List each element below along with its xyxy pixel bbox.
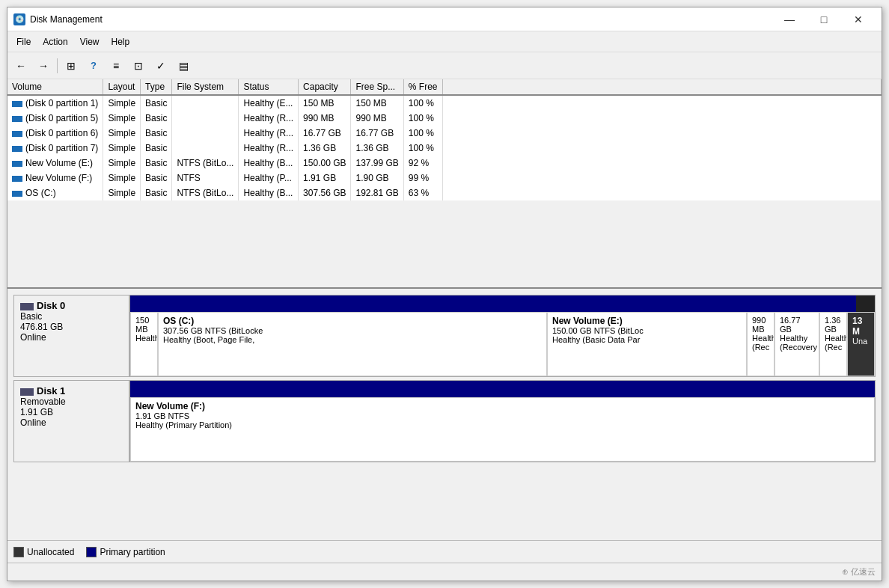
menu-bar: File Action View Help — [7, 31, 882, 52]
properties-button[interactable]: ≡ — [106, 56, 126, 76]
legend-item-1: Primary partition — [86, 547, 165, 557]
volume-table: Volume Layout Type File System Status Ca… — [7, 79, 882, 200]
disk-row-1: Disk 1 Removable 1.91 GB Online New Volu… — [13, 380, 876, 462]
cell-free: 990 MB — [351, 111, 403, 126]
app-icon: 💿 — [13, 13, 25, 25]
table-row[interactable]: (Disk 0 partition 5) Simple Basic Health… — [7, 111, 882, 126]
cell-capacity: 307.56 GB — [299, 186, 351, 200]
help-button[interactable]: ? — [83, 56, 104, 76]
cell-free: 16.77 GB — [351, 126, 403, 141]
legend-item-0: Unallocated — [13, 547, 74, 557]
legend-swatch-1 — [86, 547, 97, 557]
rescan-button[interactable]: ⊡ — [128, 56, 149, 76]
cell-free: 137.99 GB — [351, 156, 403, 171]
cell-type: Basic — [141, 95, 172, 111]
partition-cell-1-0[interactable]: New Volume (F:)1.91 GB NTFSHealthy (Prim… — [130, 397, 875, 462]
disk-icon-0 — [20, 303, 34, 310]
disk-status-0: Online — [20, 332, 123, 343]
cell-status: Healthy (P... — [239, 171, 299, 186]
col-layout: Layout — [103, 79, 141, 95]
disk-bar-1 — [130, 381, 875, 397]
check-button[interactable]: ✓ — [150, 56, 171, 76]
cell-extra — [442, 141, 881, 156]
col-extra — [442, 79, 881, 95]
cell-status: Healthy (R... — [239, 126, 299, 141]
partition-cell-0-4[interactable]: 16.77 GBHealthy (Recovery — [775, 312, 819, 376]
menu-help[interactable]: Help — [106, 34, 136, 50]
table-row[interactable]: New Volume (E:) Simple Basic NTFS (BitLo… — [7, 156, 882, 171]
part-size-0-0: 150 MB — [135, 316, 153, 334]
cell-volume: New Volume (F:) — [7, 171, 103, 186]
cell-volume: (Disk 0 partition 1) — [7, 95, 103, 111]
format-button[interactable]: ▤ — [173, 56, 194, 76]
col-pct: % Free — [403, 79, 442, 95]
part-info-0-6: Una — [852, 337, 870, 346]
disk-title-0: Disk 0 — [20, 300, 123, 311]
cell-volume: New Volume (E:) — [7, 156, 103, 171]
back-button[interactable]: ← — [10, 56, 31, 76]
menu-file[interactable]: File — [10, 34, 37, 50]
part-size-0-1: 307.56 GB NTFS (BitLocke — [163, 326, 542, 335]
disk-label-1: Disk 1 Removable 1.91 GB Online — [13, 380, 129, 462]
partition-cell-0-0[interactable]: 150 MBHealthy — [130, 312, 158, 376]
cell-layout: Simple — [103, 126, 141, 141]
cell-capacity: 1.91 GB — [299, 171, 351, 186]
table-row[interactable]: New Volume (F:) Simple Basic NTFS Health… — [7, 171, 882, 186]
cell-filesystem: NTFS (BitLo... — [172, 156, 239, 171]
cell-capacity: 1.36 GB — [299, 141, 351, 156]
disk-management-window: 💿 Disk Management — □ ✕ File Action View… — [7, 7, 882, 581]
disk-row-0: Disk 0 Basic 476.81 GB Online 150 MBHeal… — [13, 295, 876, 377]
table-row[interactable]: (Disk 0 partition 6) Simple Basic Health… — [7, 126, 882, 141]
part-info-0-3: Healthy (Rec — [752, 334, 769, 352]
partition-cell-0-1[interactable]: OS (C:)307.56 GB NTFS (BitLockeHealthy (… — [158, 312, 547, 376]
cell-pct: 100 % — [403, 111, 442, 126]
disk-label-0: Disk 0 Basic 476.81 GB Online — [13, 295, 129, 377]
cell-free: 1.90 GB — [351, 171, 403, 186]
col-status: Status — [239, 79, 299, 95]
col-filesystem: File System — [172, 79, 239, 95]
part-name-0-2: New Volume (E:) — [552, 316, 742, 326]
menu-action[interactable]: Action — [37, 34, 73, 50]
cell-status: Healthy (E... — [239, 95, 299, 111]
part-size-0-5: 1.36 GB — [825, 316, 842, 334]
cell-type: Basic — [141, 171, 172, 186]
part-info-0-4: Healthy (Recovery — [780, 334, 814, 352]
bar-seg-0-4 — [798, 295, 837, 312]
partition-cell-0-6[interactable]: 13 MUna — [847, 312, 875, 376]
partition-cell-0-5[interactable]: 1.36 GBHealthy (Rec — [819, 312, 847, 376]
cell-extra — [442, 95, 881, 111]
bar-seg-0-3 — [779, 295, 798, 312]
cell-type: Basic — [141, 156, 172, 171]
table-row[interactable]: (Disk 0 partition 7) Simple Basic Health… — [7, 141, 882, 156]
maximize-button[interactable]: □ — [807, 7, 841, 31]
part-size-1-0: 1.91 GB NTFS — [135, 411, 870, 420]
cell-layout: Simple — [103, 95, 141, 111]
close-button[interactable]: ✕ — [841, 7, 876, 31]
status-bar: ⊕ 亿速云 — [7, 563, 882, 581]
window-title: Disk Management — [30, 14, 772, 25]
partition-cell-0-2[interactable]: New Volume (E:)150.00 GB NTFS (BitLocHea… — [547, 312, 747, 376]
partition-cell-0-3[interactable]: 990 MBHealthy (Rec — [747, 312, 775, 376]
table-row[interactable]: OS (C:) Simple Basic NTFS (BitLo... Heal… — [7, 186, 882, 200]
table-header-row: Volume Layout Type File System Status Ca… — [7, 79, 882, 95]
bar-seg-1-0 — [130, 381, 875, 397]
disk-visual-section: Disk 0 Basic 476.81 GB Online 150 MBHeal… — [7, 289, 882, 540]
title-bar: 💿 Disk Management — □ ✕ — [7, 7, 882, 31]
minimize-button[interactable]: — — [772, 7, 807, 31]
cell-pct: 100 % — [403, 95, 442, 111]
table-row[interactable]: (Disk 0 partition 1) Simple Basic Health… — [7, 95, 882, 111]
menu-view[interactable]: View — [74, 34, 106, 50]
main-content: Volume Layout Type File System Status Ca… — [7, 79, 882, 563]
cell-pct: 99 % — [403, 171, 442, 186]
cell-extra — [442, 186, 881, 200]
part-name-0-1: OS (C:) — [163, 316, 542, 326]
cell-extra — [442, 156, 881, 171]
toolbar: ← → ⊞ ? ≡ ⊡ ✓ ▤ — [7, 52, 882, 79]
part-size-0-3: 990 MB — [752, 316, 769, 334]
view-button[interactable]: ⊞ — [61, 56, 82, 76]
volume-table-section: Volume Layout Type File System Status Ca… — [7, 79, 882, 289]
cell-extra — [442, 171, 881, 186]
cell-type: Basic — [141, 186, 172, 200]
window-controls: — □ ✕ — [772, 7, 876, 31]
forward-button[interactable]: → — [33, 56, 54, 76]
